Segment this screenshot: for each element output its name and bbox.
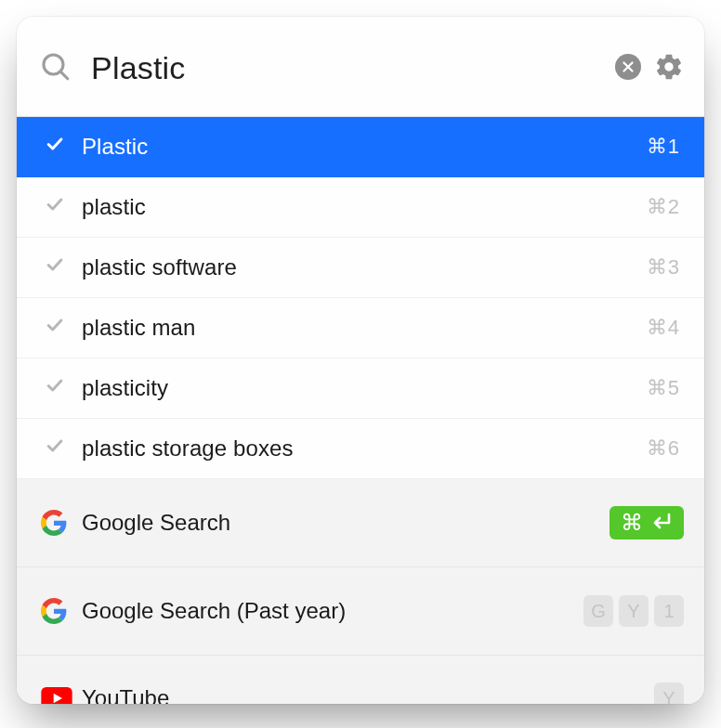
svg-line-1 <box>60 71 68 78</box>
suggestion-row[interactable]: Plastic⌘1 <box>17 117 704 177</box>
action-row[interactable]: YouTubeY <box>17 656 704 704</box>
suggestion-row[interactable]: plastic software⌘3 <box>17 238 704 298</box>
suggestions-list: Plastic⌘1plastic⌘2plastic software⌘3plas… <box>17 117 704 479</box>
action-label: Google Search <box>82 510 610 536</box>
action-label: Google Search (Past year) <box>82 598 583 624</box>
check-icon <box>45 436 82 462</box>
keycap: Y <box>654 682 684 704</box>
search-icon <box>39 50 72 84</box>
shortcut-label: ⌘6 <box>647 436 680 461</box>
shortcut-label: ⌘2 <box>647 195 680 219</box>
action-row[interactable]: Google Search (Past year)GY1 <box>17 567 704 656</box>
keycap: G <box>583 595 613 627</box>
google-icon <box>41 510 82 536</box>
shortcut-label: ⌘1 <box>647 135 680 159</box>
suggestion-label: plastic storage boxes <box>82 436 647 462</box>
google-icon <box>41 598 82 624</box>
search-input[interactable] <box>89 46 615 87</box>
shortcut-keys: Y <box>654 682 684 704</box>
actions-list: Google Search⌘Google Search (Past year)G… <box>17 479 704 704</box>
launcher-window: Plastic⌘1plastic⌘2plastic software⌘3plas… <box>17 17 704 704</box>
check-icon <box>45 254 82 280</box>
enter-icon <box>650 512 673 534</box>
youtube-icon <box>41 687 82 704</box>
suggestion-label: plastic man <box>82 315 647 341</box>
suggestion-row[interactable]: plastic⌘2 <box>17 177 704 238</box>
shortcut-label: ⌘4 <box>647 316 680 340</box>
keycap: Y <box>619 595 649 627</box>
shortcut-label: ⌘3 <box>647 255 680 280</box>
clear-button[interactable] <box>615 54 641 80</box>
suggestion-label: Plastic <box>82 134 647 160</box>
suggestion-label: plastic <box>82 194 647 220</box>
settings-button[interactable] <box>654 52 684 82</box>
suggestion-row[interactable]: plasticity⌘5 <box>17 358 704 419</box>
suggestion-label: plastic software <box>82 254 647 280</box>
check-icon <box>45 194 82 220</box>
shortcut-label: ⌘5 <box>647 376 680 400</box>
check-icon <box>45 375 82 401</box>
suggestion-label: plasticity <box>82 375 647 401</box>
check-icon <box>45 315 82 341</box>
suggestion-row[interactable]: plastic man⌘4 <box>17 298 704 358</box>
search-bar <box>17 17 704 117</box>
check-icon <box>45 134 82 160</box>
suggestion-row[interactable]: plastic storage boxes⌘6 <box>17 419 704 479</box>
shortcut-keys: GY1 <box>583 595 684 627</box>
keycap: 1 <box>654 595 684 627</box>
action-row[interactable]: Google Search⌘ <box>17 479 704 567</box>
primary-shortcut: ⌘ <box>610 506 684 540</box>
action-label: YouTube <box>82 685 654 704</box>
